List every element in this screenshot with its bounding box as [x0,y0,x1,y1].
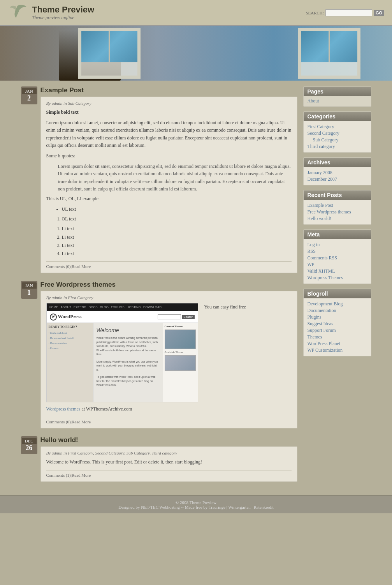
wp-theme-thumb [165,330,196,349]
sidebar-blogroll-themes[interactable]: Themes [308,334,367,340]
footer-ratenkredit-link[interactable]: Ratenkredit [253,505,273,509]
wp-nav-home: HOME [49,305,58,310]
sidebar-meta-wp[interactable]: WP [308,261,367,268]
footer-net-tec-link[interactable]: NET-TEC Webhosting [141,505,180,509]
sidebar-pages-box: Pages About [303,86,371,107]
wp-nav-docs: DOCS [89,305,98,310]
side-text: You can easy find free [204,304,246,310]
sidebar-page-about[interactable]: About [304,96,371,106]
wp-circle-logo: W [50,314,57,321]
sidebar-cat-sub[interactable]: Sub Category [308,137,367,143]
date-box-hw: Dec 26 [21,436,37,454]
ol-label: OL text [62,215,292,223]
sidebar-blogroll-dev[interactable]: Development Blog [308,301,367,307]
sidebar-blogroll-plugins[interactable]: Plugins [308,314,367,321]
wp-sidebar-heading: READY TO BEGIN? [49,325,91,330]
footer-trauringe-link[interactable]: Trauringe [209,505,225,509]
sidebar-blogroll-wp-custom[interactable]: WP Customization [308,347,367,354]
wp-sidebar-link2: • Download and Install [49,336,91,340]
wp-nav-blog: BLOG [100,305,109,310]
post-content-example: Simple bold text Lorem ipsum dolor sit a… [46,109,292,257]
sidebar-archive-jan[interactable]: January 2008 [308,169,367,176]
wp-sidebar-area: READY TO BEGIN? • find a web host • Down… [47,323,93,402]
sidebar-archive-dec[interactable]: December 2007 [308,176,367,183]
sidebar-recent-example[interactable]: Example Post [308,202,367,209]
sidebar-meta-box: Meta Log in RSS Comments RSS WP Valid XH… [303,229,371,284]
sidebar-cat-second[interactable]: Second Category [308,130,367,137]
read-more-example[interactable]: Read More [72,264,91,269]
post-content-wp: HOME ABOUT EXTEND DOCS BLOG FORUMS HOSTI… [46,303,292,413]
window-frame-v-right [329,31,330,62]
wp-w: W [51,314,55,319]
wordpress-themes-link[interactable]: Wordpress themes [46,406,81,412]
sidebar-cat-first[interactable]: First Category [308,123,367,130]
search-input[interactable] [325,9,372,16]
comments-link-hw[interactable]: Comments (1) [46,473,71,478]
footer-credit: Designed by NET-TEC Webhosting -- Made f… [4,505,388,509]
sidebar-pages-title: Pages [304,87,371,96]
read-more-hw[interactable]: Read More [72,473,91,478]
post-title-example: Example Post [40,86,297,94]
sidebar-recent-wp-themes[interactable]: Free Wordpress themes [308,209,367,215]
post-date-example: Jan 2 [21,86,37,273]
wp-logo-bar: W WordPress Search [47,311,198,323]
post-footer-example: Comments (0)|Read More [46,261,292,269]
footer-wintergarten-link[interactable]: Wintergarten [228,505,250,509]
sidebar-categories-title: Categories [304,112,371,121]
comments-link-example[interactable]: Comments (0) [46,264,71,269]
sidebar-meta-content: Log in RSS Comments RSS WP Valid XHTML W… [304,239,371,284]
sidebar-archives-content: January 2008 December 2007 [304,167,371,185]
post-footer-wp: Comments (0)|Read More [46,417,292,424]
sidebar-meta-rss[interactable]: RSS [308,248,367,255]
search-area: SEARCH: GO [306,9,384,16]
window-frame-v-left [109,31,110,62]
list-label: This is UL, OL, LI example: [46,195,292,203]
site-title: Theme Preview [32,5,94,15]
wp-nav-about: ABOUT [61,305,72,310]
wp-admin-bar: HOME ABOUT EXTEND DOCS BLOG FORUMS HOSTI… [47,303,198,311]
search-button[interactable]: GO [374,10,384,16]
post-link-wp: Wordpress themes at WPThemesArchive.com [46,405,292,413]
sidebar-meta-login[interactable]: Log in [308,241,367,248]
sidebar-blogroll-wp-planet[interactable]: WordPress Planet [308,340,367,347]
blockquote-text: Lorem ipsum dolor sit amet, consectetur … [58,163,292,193]
read-more-wp[interactable]: Read More [72,419,91,424]
post-date-wp: Jan 1 [21,281,37,428]
sidebar-recent-posts-title: Recent Posts [304,190,371,200]
site-banner [0,26,392,81]
footer-copyright: © 2008 Theme Preview [4,500,388,505]
wp-nav-download: DOWNLOAD [143,305,162,310]
post-inner-hw: By admin in First Category, Second Categ… [40,446,297,481]
post-wordpress-themes: Jan 1 Free Wordpress themes By admin in … [21,281,297,428]
post-meta-hw: By admin in First Category, Second Categ… [46,451,292,455]
wp-description3: To get started with WordPress, set it up… [97,375,160,388]
wp-sidebar-link3: • Documentation [49,341,91,345]
banner-window-right [298,28,360,79]
sidebar-recent-hello[interactable]: Hello world! [308,215,367,222]
site-header: Theme Preview Theme preview tagline SEAR… [0,0,392,26]
footer-made-free: -- Made free by [181,505,208,509]
li-item-1: Li text [62,225,292,233]
post-title-hw: Hello world! [40,436,297,444]
sidebar-archives-title: Archives [304,158,371,167]
sidebar-cat-third[interactable]: Third category [308,143,367,150]
site-title-area: Theme Preview Theme preview tagline [32,5,94,21]
link-suffix: at WPThemesArchive.com [81,406,132,412]
footer-designed-by: Designed by [118,505,140,509]
sidebar-meta-wp-themes[interactable]: Wordpress Themes [308,275,367,281]
site-footer: © 2008 Theme Preview Designed by NET-TEC… [0,495,392,513]
content-area: Jan 2 Example Post By admin in Sub Categ… [21,86,297,490]
sidebar-blogroll-support[interactable]: Support Forum [308,327,367,334]
sidebar-blogroll-box: Blogroll Development Blog Documentation … [303,289,371,356]
date-box-example: Jan 2 [21,86,37,104]
wp-logo-container: W WordPress [50,313,82,321]
sidebar-meta-xhtml[interactable]: Valid XHTML [308,268,367,275]
wp-welcome: Welcome [97,326,160,335]
date-day-hw: 26 [22,444,37,453]
sidebar-blogroll-suggest[interactable]: Suggest Ideas [308,321,367,327]
post-example-post: Jan 2 Example Post By admin in Sub Categ… [21,86,297,273]
sidebar-blogroll-docs[interactable]: Documentation [308,307,367,314]
sidebar-meta-comments-rss[interactable]: Comments RSS [308,255,367,261]
comments-link-wp[interactable]: Comments (0) [46,419,71,424]
bold-heading: Simple bold text [46,109,79,115]
